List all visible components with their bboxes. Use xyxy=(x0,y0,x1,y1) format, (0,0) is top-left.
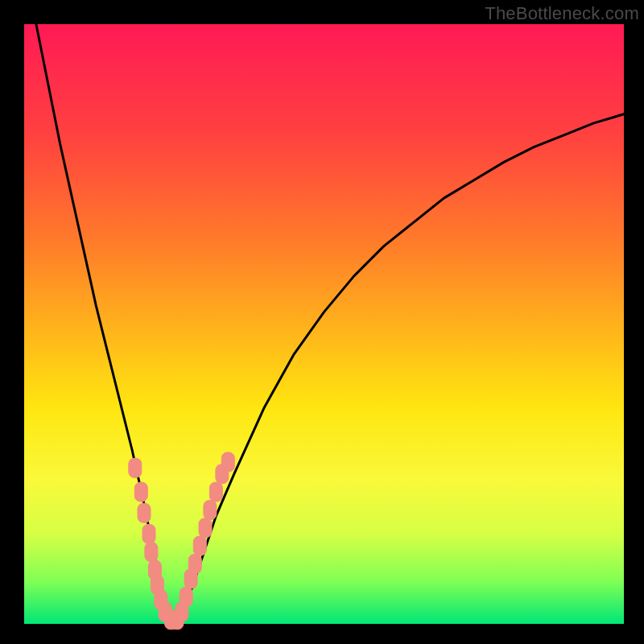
watermark-text: TheBottleneck.com xyxy=(485,3,639,24)
chart-frame: TheBottleneck.com xyxy=(0,0,644,644)
plot-area xyxy=(24,24,624,624)
